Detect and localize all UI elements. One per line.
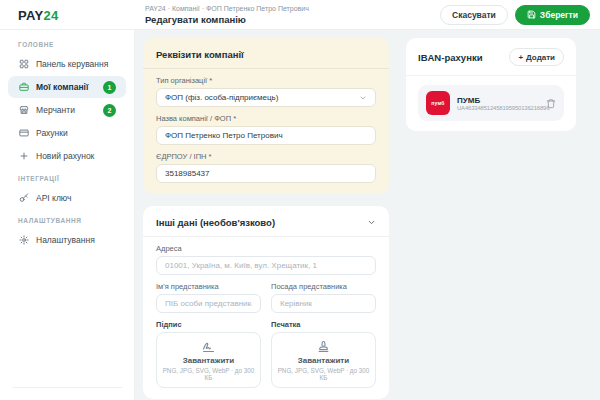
storefront-icon bbox=[18, 105, 29, 116]
stamp-upload-hint: PNG, JPG, SVG, WebP · до 300 КБ bbox=[275, 367, 372, 381]
divider bbox=[143, 236, 389, 237]
iban-card-title: IBAN-рахунки bbox=[418, 52, 483, 63]
other-data-title: Інші дані (необов'язково) bbox=[156, 217, 275, 228]
company-name-label: Назва компанії / ФОП * bbox=[156, 114, 376, 123]
address-label: Адреса bbox=[156, 244, 376, 253]
sidebar-item-my-companies[interactable]: Мої компанії 1 bbox=[8, 76, 126, 98]
plus-icon bbox=[18, 151, 29, 162]
rep-name-label: Ім'я представника bbox=[156, 282, 261, 291]
card-icon bbox=[18, 128, 29, 139]
delete-iban-icon[interactable] bbox=[546, 98, 556, 109]
signature-upload[interactable]: Завантажити PNG, JPG, SVG, WebP · до 300… bbox=[156, 332, 261, 388]
save-button-label: Зберегти bbox=[540, 10, 578, 20]
merchants-count-badge: 2 bbox=[103, 104, 116, 117]
companies-count-badge: 1 bbox=[103, 81, 116, 94]
chevron-down-icon bbox=[359, 94, 367, 102]
dashboard-icon bbox=[18, 59, 29, 70]
signature-upload-label: Завантажити bbox=[160, 356, 257, 365]
stamp-upload-label: Завантажити bbox=[275, 356, 372, 365]
stamp-upload[interactable]: Завантажити PNG, JPG, SVG, WebP · до 300… bbox=[271, 332, 376, 388]
sidebar-item-label: API ключ bbox=[36, 193, 71, 203]
org-type-label: Тип організації * bbox=[156, 76, 376, 85]
breadcrumb[interactable]: PAY24 · Компанії · ФОП Петренко Петро Пе… bbox=[145, 5, 309, 12]
divider bbox=[406, 75, 576, 76]
bank-name: ПУМБ bbox=[457, 96, 539, 105]
sidebar: ГОЛОВНЕ Панель керування Мої компанії 1 … bbox=[0, 30, 135, 400]
top-bar: PAY24 PAY24 · Компанії · ФОП Петренко Пе… bbox=[0, 0, 600, 30]
other-data-card: Інші дані (необов'язково) Адреса Ім'я пр… bbox=[143, 206, 389, 399]
sidebar-section-settings: НАЛАШТУВАННЯ bbox=[0, 210, 134, 228]
iban-number: UA463348512458195950136216896 bbox=[457, 105, 539, 111]
add-iban-label: Додати bbox=[526, 53, 555, 62]
sidebar-item-merchants[interactable]: Мерчанти 2 bbox=[8, 99, 126, 121]
logo[interactable]: PAY24 bbox=[0, 6, 135, 24]
sidebar-item-label: Налаштування bbox=[36, 235, 95, 245]
page-title: Редагувати компанію bbox=[145, 14, 309, 25]
rep-name-input[interactable] bbox=[156, 294, 261, 313]
rep-position-input[interactable] bbox=[271, 294, 376, 313]
company-name-input[interactable] bbox=[156, 126, 376, 145]
edrpou-input[interactable] bbox=[156, 164, 376, 183]
add-iban-button[interactable]: + Додати bbox=[509, 48, 564, 66]
sidebar-bottom-divider bbox=[12, 387, 122, 388]
org-type-select[interactable]: ФОП (фіз. особа-підприємець) bbox=[156, 88, 376, 107]
sidebar-item-dashboard[interactable]: Панель керування bbox=[8, 53, 126, 75]
save-button[interactable]: Зберегти bbox=[515, 5, 590, 25]
iban-account-row[interactable]: пумб ПУМБ UA463348512458195950136216896 bbox=[418, 85, 564, 121]
signature-icon bbox=[160, 339, 257, 354]
sidebar-section-main: ГОЛОВНЕ bbox=[0, 34, 134, 52]
logo-text-pay: PAY bbox=[18, 8, 43, 23]
signature-upload-hint: PNG, JPG, SVG, WebP · до 300 КБ bbox=[160, 367, 257, 381]
cancel-button[interactable]: Скасувати bbox=[440, 5, 508, 25]
requisites-card-title: Реквізити компанії bbox=[156, 49, 376, 60]
key-icon bbox=[18, 193, 29, 204]
sidebar-item-label: Мерчанти bbox=[36, 105, 75, 115]
divider bbox=[143, 68, 389, 69]
sidebar-item-api-key[interactable]: API ключ bbox=[8, 187, 126, 209]
cancel-button-label: Скасувати bbox=[452, 10, 496, 20]
sidebar-item-new-account[interactable]: Новий рахунок bbox=[8, 145, 126, 167]
sidebar-item-label: Мої компанії bbox=[36, 82, 88, 92]
org-type-value: ФОП (фіз. особа-підприємець) bbox=[165, 93, 278, 102]
iban-accounts-card: IBAN-рахунки + Додати пумб ПУМБ UA463348… bbox=[406, 38, 576, 131]
address-input[interactable] bbox=[156, 256, 376, 275]
signature-label: Підпис bbox=[156, 320, 261, 329]
sidebar-item-settings[interactable]: Налаштування bbox=[8, 229, 126, 251]
edrpou-label: ЄДРПОУ / ІПН * bbox=[156, 152, 376, 161]
logo-text-24: 24 bbox=[43, 8, 58, 23]
gear-icon bbox=[18, 235, 29, 246]
stamp-icon bbox=[275, 339, 372, 354]
plus-icon: + bbox=[518, 53, 523, 62]
sidebar-item-accounts[interactable]: Рахунки bbox=[8, 122, 126, 144]
sidebar-item-label: Рахунки bbox=[36, 128, 68, 138]
rep-position-label: Посада представника bbox=[271, 282, 376, 291]
briefcase-icon bbox=[18, 82, 29, 93]
sidebar-item-label: Новий рахунок bbox=[36, 151, 94, 161]
company-requisites-card: Реквізити компанії Тип організації * ФОП… bbox=[143, 38, 389, 194]
sidebar-section-integrations: ІНТЕГРАЦІЇ bbox=[0, 168, 134, 186]
sidebar-item-label: Панель керування bbox=[36, 59, 108, 69]
other-data-header[interactable]: Інші дані (необов'язково) bbox=[156, 217, 376, 228]
pumb-bank-logo: пумб bbox=[426, 91, 450, 115]
stamp-label: Печатка bbox=[271, 320, 376, 329]
save-icon bbox=[527, 10, 536, 19]
main-content: Реквізити компанії Тип організації * ФОП… bbox=[135, 30, 600, 400]
collapse-chevron-icon[interactable] bbox=[367, 218, 376, 227]
